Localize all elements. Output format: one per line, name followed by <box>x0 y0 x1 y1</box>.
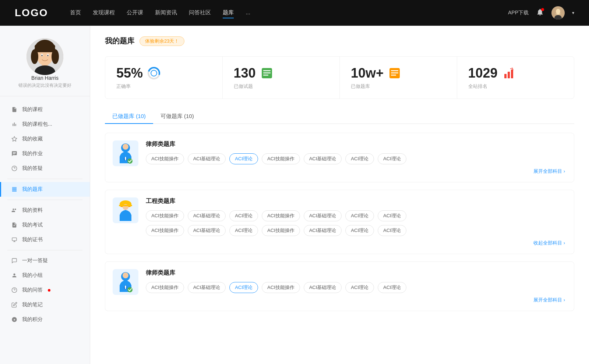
nav-qa[interactable]: 问答社区 <box>189 8 211 18</box>
eng-tag-3[interactable]: ACI技能操作 <box>262 210 300 221</box>
svg-rect-25 <box>263 72 271 74</box>
tab-available[interactable]: 可做题库 (10) <box>153 109 201 124</box>
notification-dot <box>541 8 544 11</box>
qbank-lawyer2-title: 律师类题库 <box>146 269 565 277</box>
sidebar-item-label: 我的题库 <box>22 186 43 193</box>
tag-2[interactable]: ACI理论 <box>229 153 258 164</box>
tabs: 已做题库 (10) 可做题库 (10) <box>105 109 574 124</box>
sidebar-item-certificate[interactable]: 我的证书 <box>0 232 90 247</box>
tag-3[interactable]: ACI技能操作 <box>262 153 300 164</box>
certificate-icon <box>11 236 18 243</box>
notification-bell[interactable] <box>536 8 544 18</box>
expand-engineer[interactable]: 收起全部科目 › <box>146 240 565 246</box>
eng2-tag-0[interactable]: ACI技能操作 <box>146 225 184 236</box>
user-menu-chevron[interactable]: ▾ <box>572 10 574 15</box>
qbank-card-engineer: 工程类题库 ACI技能操作 ACI基础理论 ACI理论 ACI技能操作 ACI基… <box>105 190 574 254</box>
nav-home[interactable]: 首页 <box>70 8 81 18</box>
bar-chart-icon <box>11 121 18 128</box>
qa-badge <box>48 289 50 292</box>
l2-tag-6[interactable]: ACI理论 <box>378 282 406 293</box>
user-avatar[interactable] <box>551 6 565 19</box>
qbank-lawyer2-tags: ACI技能操作 ACI基础理论 ACI理论 ACI技能操作 ACI基础理论 AC… <box>146 282 565 293</box>
nav-links: 首页 发现课程 公开课 新闻资讯 问答社区 题库 ... <box>70 8 508 18</box>
expand-lawyer2[interactable]: 展开全部科目 › <box>146 297 565 303</box>
page-title: 我的题库 <box>105 36 134 46</box>
sidebar-item-one-on-one[interactable]: 一对一答疑 <box>0 253 90 268</box>
sidebar-item-exam[interactable]: 我的考试 <box>0 218 90 232</box>
notes-icon <box>11 301 18 308</box>
sidebar-item-course-package[interactable]: 我的课程包... <box>0 117 90 132</box>
nav-news[interactable]: 新闻资讯 <box>155 8 177 18</box>
sidebar-item-courses[interactable]: 我的课程 <box>0 102 90 117</box>
l2-tag-0[interactable]: ACI技能操作 <box>146 282 184 293</box>
expand-lawyer1[interactable]: 展开全部科目 › <box>146 168 565 175</box>
l2-tag-1[interactable]: ACI基础理论 <box>188 282 226 293</box>
stat-rank-label: 全站排名 <box>468 83 563 90</box>
nav-public-course[interactable]: 公开课 <box>127 8 143 18</box>
svg-point-12 <box>42 55 43 56</box>
l2-tag-5[interactable]: ACI理论 <box>345 282 374 293</box>
eng2-tag-6[interactable]: ACI理论 <box>378 225 406 236</box>
tag-0[interactable]: ACI技能操作 <box>146 153 184 164</box>
eng-tag-5[interactable]: ACI理论 <box>345 210 374 221</box>
svg-rect-28 <box>391 70 398 71</box>
sidebar-item-label: 我的课程 <box>22 106 43 113</box>
sidebar-item-qbank[interactable]: 我的题库 <box>0 182 90 197</box>
nav-more[interactable]: ... <box>246 8 250 18</box>
l2-tag-3[interactable]: ACI技能操作 <box>262 282 300 293</box>
list-green-icon <box>260 67 274 80</box>
trial-badge: 体验剩余23天！ <box>140 36 184 46</box>
app-download-link[interactable]: APP下载 <box>508 10 529 16</box>
navbar: LOGO 首页 发现课程 公开课 新闻资讯 问答社区 题库 ... APP下载 … <box>0 0 589 26</box>
homework-icon <box>11 150 18 157</box>
eng2-tag-3[interactable]: ACI技能操作 <box>262 225 300 236</box>
eng2-tag-1[interactable]: ACI基础理论 <box>188 225 226 236</box>
tab-done[interactable]: 已做题库 (10) <box>105 109 153 124</box>
svg-point-13 <box>47 55 49 56</box>
stat-qbanks-done: 10w+ 已做题库 <box>340 57 457 99</box>
sidebar-item-label: 我的答疑 <box>22 165 43 172</box>
eng2-tag-2[interactable]: ACI理论 <box>229 225 258 236</box>
qbank-engineer-title: 工程类题库 <box>146 197 565 205</box>
l2-tag-4[interactable]: ACI基础理论 <box>304 282 342 293</box>
sidebar-item-label: 我的收藏 <box>22 136 43 142</box>
sidebar-profile: Brian Harris 错误的决定比没有决定要好 <box>0 35 90 96</box>
eng2-tag-5[interactable]: ACI理论 <box>345 225 374 236</box>
tag-4[interactable]: ACI基础理论 <box>304 153 342 164</box>
tag-1[interactable]: ACI基础理论 <box>188 153 226 164</box>
eng-tag-4[interactable]: ACI基础理论 <box>304 210 342 221</box>
nav-discover[interactable]: 发现课程 <box>93 8 115 18</box>
eng-tag-2[interactable]: ACI理论 <box>229 210 258 221</box>
svg-rect-29 <box>391 72 398 74</box>
bar-red-icon <box>502 67 515 80</box>
nav-qbank[interactable]: 题库 <box>223 8 234 18</box>
qbank-engineer-tags-row1: ACI技能操作 ACI基础理论 ACI理论 ACI技能操作 ACI基础理论 AC… <box>146 210 565 221</box>
sidebar-item-points[interactable]: ★ 我的积分 <box>0 312 90 327</box>
nav-right: APP下载 ▾ <box>508 6 574 19</box>
sidebar-item-groups[interactable]: 我的小组 <box>0 268 90 283</box>
profile-motto: 错误的决定比没有决定要好 <box>18 82 71 89</box>
sidebar-item-profile-data[interactable]: 我的资料 <box>0 203 90 218</box>
eng-tag-1[interactable]: ACI基础理论 <box>188 210 226 221</box>
sidebar-item-my-qa[interactable]: 我的问答 <box>0 283 90 297</box>
qbank-engineer-content: 工程类题库 ACI技能操作 ACI基础理论 ACI理论 ACI技能操作 ACI基… <box>146 197 565 246</box>
sidebar-item-homework[interactable]: 我的作业 <box>0 146 90 161</box>
sidebar-item-qa[interactable]: 我的答疑 <box>0 161 90 176</box>
sidebar-item-favorites[interactable]: 我的收藏 <box>0 132 90 146</box>
svg-text:★: ★ <box>13 318 15 321</box>
l2-tag-2[interactable]: ACI理论 <box>229 282 258 293</box>
eng-tag-0[interactable]: ACI技能操作 <box>146 210 184 221</box>
main-content: 我的题库 体验剩余23天！ 55% 正确率 <box>90 26 589 364</box>
eng2-tag-4[interactable]: ACI基础理论 <box>304 225 342 236</box>
stat-rank-value: 1029 <box>468 65 498 81</box>
stat-accuracy: 55% 正确率 <box>105 57 223 99</box>
tag-6[interactable]: ACI理论 <box>378 153 406 164</box>
sidebar-item-label: 我的证书 <box>22 236 43 243</box>
eng-tag-6[interactable]: ACI理论 <box>378 210 406 221</box>
sidebar-item-label: 我的课程包... <box>22 121 52 128</box>
question-circle-icon <box>11 165 18 172</box>
engineer-icon-wrap <box>113 197 138 223</box>
tag-5[interactable]: ACI理论 <box>345 153 374 164</box>
sidebar-item-notes[interactable]: 我的笔记 <box>0 297 90 312</box>
qa-icon <box>11 287 18 293</box>
